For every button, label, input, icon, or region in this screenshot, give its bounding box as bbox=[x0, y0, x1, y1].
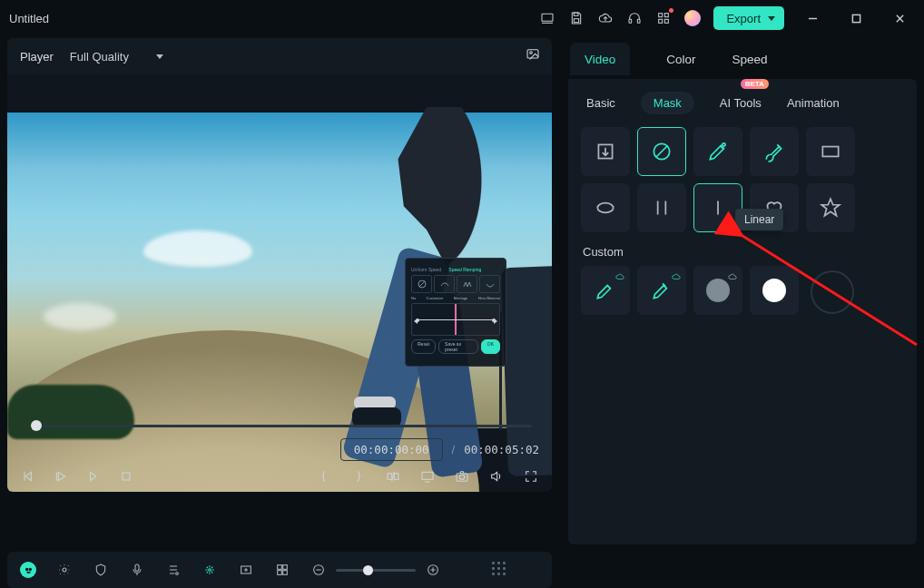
display-icon[interactable] bbox=[419, 468, 436, 485]
zoom-out-icon[interactable] bbox=[310, 562, 327, 578]
marker-shield-icon[interactable] bbox=[93, 562, 109, 578]
sun-adjust-icon[interactable] bbox=[56, 562, 73, 578]
video-frame[interactable]: Uniform Speed Speed Ramping No Customize bbox=[7, 113, 552, 428]
preset-montage[interactable] bbox=[457, 275, 477, 293]
overlay-tab-ramping[interactable]: Speed Ramping bbox=[448, 267, 481, 272]
apps-icon[interactable] bbox=[655, 10, 672, 26]
video-viewport: Uniform Speed Speed Ramping No Customize bbox=[7, 74, 552, 492]
overlay-ok-button[interactable]: OK bbox=[481, 339, 500, 354]
mask-split-horizontal-icon[interactable] bbox=[637, 183, 686, 232]
overlay-reset-button[interactable]: Reset bbox=[411, 339, 436, 354]
volume-icon[interactable] bbox=[488, 468, 505, 485]
custom-mask-gray-circle[interactable] bbox=[693, 266, 742, 315]
svg-rect-27 bbox=[135, 564, 139, 571]
overlay-save-preset-button[interactable]: Save as preset bbox=[438, 339, 478, 354]
play-icon[interactable] bbox=[53, 468, 69, 485]
camera-icon[interactable] bbox=[454, 468, 470, 485]
device-icon[interactable] bbox=[539, 10, 555, 26]
subtab-animation[interactable]: Animation bbox=[787, 96, 840, 110]
preset-hero[interactable] bbox=[479, 275, 500, 293]
subtab-basic[interactable]: Basic bbox=[586, 96, 615, 110]
custom-pen-cloud-a-icon[interactable] bbox=[581, 266, 630, 315]
cloud-sync-icon bbox=[614, 270, 625, 279]
svg-point-21 bbox=[722, 143, 725, 146]
stop-icon[interactable] bbox=[118, 468, 134, 485]
compare-icon[interactable] bbox=[385, 468, 401, 485]
zoom-slider[interactable] bbox=[336, 569, 416, 572]
svg-rect-4 bbox=[638, 19, 641, 23]
preset-customize[interactable] bbox=[434, 275, 455, 293]
svg-rect-6 bbox=[665, 14, 669, 17]
mask-star-icon[interactable] bbox=[806, 183, 855, 232]
tab-video[interactable]: Video bbox=[570, 43, 630, 75]
sub-tabs: Basic Mask AI Tools BETA Animation bbox=[586, 92, 904, 114]
save-icon[interactable] bbox=[568, 10, 585, 26]
mask-pen-draw-icon[interactable] bbox=[693, 127, 742, 176]
preset-no[interactable] bbox=[411, 275, 432, 293]
mask-rectangle-icon[interactable] bbox=[806, 127, 855, 176]
mask-import-icon[interactable] bbox=[581, 127, 630, 176]
svg-rect-7 bbox=[659, 19, 663, 23]
svg-rect-9 bbox=[852, 15, 860, 22]
headphones-icon[interactable] bbox=[626, 10, 643, 26]
quality-value: Full Quality bbox=[70, 50, 129, 64]
svg-rect-34 bbox=[283, 571, 288, 575]
subtab-ai-tools[interactable]: AI Tools BETA bbox=[720, 96, 762, 110]
window-minimize-button[interactable] bbox=[797, 5, 828, 31]
custom-pen-cloud-b-icon[interactable] bbox=[637, 266, 686, 315]
svg-rect-16 bbox=[422, 472, 433, 479]
svg-point-29 bbox=[209, 569, 211, 572]
audio-track-icon[interactable] bbox=[165, 562, 182, 578]
svg-point-11 bbox=[530, 52, 533, 54]
subtab-mask[interactable]: Mask bbox=[641, 92, 694, 114]
export-button-label: Export bbox=[726, 12, 761, 25]
tab-speed[interactable]: Speed bbox=[732, 40, 768, 78]
zoom-slider-handle[interactable] bbox=[363, 565, 373, 575]
mic-icon[interactable] bbox=[129, 562, 145, 578]
window-maximize-button[interactable] bbox=[840, 5, 871, 31]
svg-rect-14 bbox=[388, 474, 392, 480]
cloud-sync-icon bbox=[671, 270, 682, 279]
timecode-separator: / bbox=[452, 443, 456, 456]
tab-color[interactable]: Color bbox=[666, 40, 695, 78]
overlay-tab-uniform[interactable]: Uniform Speed bbox=[411, 267, 441, 272]
ai-circle-icon[interactable] bbox=[20, 562, 36, 578]
tooltip-linear: Linear bbox=[735, 209, 783, 230]
mask-none-icon[interactable] bbox=[637, 127, 686, 176]
export-button[interactable]: Export bbox=[713, 6, 784, 30]
svg-rect-1 bbox=[575, 13, 579, 15]
prev-frame-icon[interactable] bbox=[20, 468, 36, 485]
window-close-button[interactable] bbox=[884, 5, 915, 31]
svg-point-25 bbox=[29, 568, 31, 570]
mask-ellipse-icon[interactable] bbox=[581, 183, 630, 232]
zoom-in-icon[interactable] bbox=[425, 562, 441, 578]
drag-grip-icon[interactable] bbox=[492, 562, 506, 576]
scrubber[interactable] bbox=[20, 418, 539, 433]
quality-dropdown[interactable]: Full Quality bbox=[70, 50, 163, 64]
brace-open-icon[interactable] bbox=[316, 468, 332, 485]
svg-rect-8 bbox=[665, 19, 669, 23]
speed-ramping-overlay-panel: Uniform Speed Speed Ramping No Customize bbox=[405, 258, 506, 367]
mask-brush-icon[interactable] bbox=[750, 127, 799, 176]
svg-rect-31 bbox=[278, 565, 282, 570]
chevron-down-icon bbox=[768, 16, 775, 21]
brace-close-icon[interactable] bbox=[350, 468, 367, 485]
zoom-control bbox=[310, 562, 441, 578]
cloud-upload-icon[interactable] bbox=[597, 10, 614, 26]
svg-point-23 bbox=[597, 203, 613, 213]
magic-cut-icon[interactable] bbox=[202, 562, 218, 578]
video-panel: Basic Mask AI Tools BETA Animation bbox=[568, 79, 917, 544]
custom-mask-white-circle[interactable] bbox=[750, 266, 799, 315]
next-frame-icon[interactable] bbox=[85, 468, 102, 485]
fullscreen-icon[interactable] bbox=[523, 468, 539, 485]
speed-graph[interactable] bbox=[411, 303, 500, 336]
chevron-down-icon bbox=[156, 54, 163, 59]
timecode-current[interactable]: 00:00:00:00 bbox=[340, 438, 443, 461]
add-media-icon[interactable] bbox=[238, 562, 254, 578]
profile-avatar-icon[interactable] bbox=[684, 10, 701, 26]
scrubber-handle[interactable] bbox=[31, 420, 42, 431]
grid-view-icon[interactable] bbox=[274, 562, 290, 578]
snapshot-image-icon[interactable] bbox=[525, 47, 541, 64]
player-header: Player Full Quality bbox=[7, 38, 552, 74]
custom-mask-add-placeholder[interactable] bbox=[811, 270, 854, 314]
